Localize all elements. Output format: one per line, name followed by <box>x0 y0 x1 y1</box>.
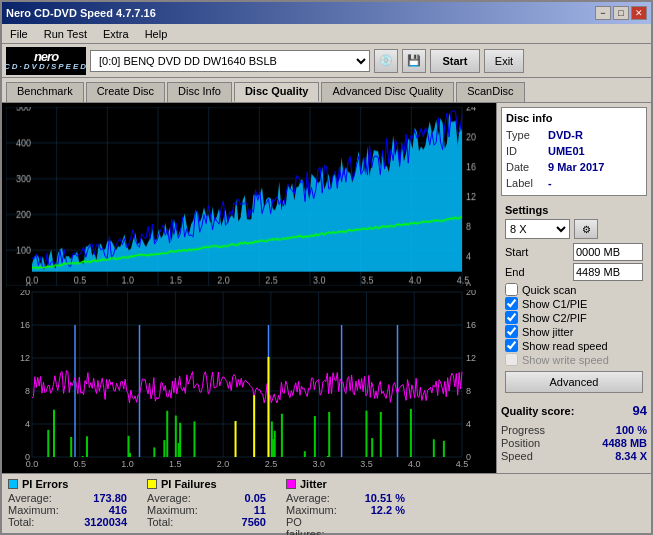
save-button[interactable]: 💾 <box>402 49 426 73</box>
show-c1pie-checkbox[interactable] <box>505 297 518 310</box>
pi-errors-avg-label: Average: <box>8 492 63 504</box>
title-buttons: − □ ✕ <box>595 6 647 20</box>
pi-failures-avg-label: Average: <box>147 492 202 504</box>
show-c2pif-label: Show C2/PIF <box>522 312 587 324</box>
quick-scan-label: Quick scan <box>522 284 576 296</box>
quality-score-value: 94 <box>633 403 647 418</box>
progress-section: Progress 100 % Position 4488 MB Speed 8.… <box>501 424 647 463</box>
pi-errors-color-dot <box>8 479 18 489</box>
settings-icon-button[interactable]: ⚙ <box>574 219 598 239</box>
pi-errors-max-label: Maximum: <box>8 504 63 516</box>
tab-disc-quality[interactable]: Disc Quality <box>234 82 320 102</box>
stats-bar: PI Errors Average: 173.80 Maximum: 416 T… <box>2 473 651 533</box>
tab-benchmark[interactable]: Benchmark <box>6 82 84 102</box>
show-read-speed-row: Show read speed <box>505 339 643 352</box>
advanced-button[interactable]: Advanced <box>505 371 643 393</box>
menu-file[interactable]: File <box>6 26 32 42</box>
exit-button[interactable]: Exit <box>484 49 524 73</box>
progress-label: Progress <box>501 424 545 436</box>
pi-errors-average-row: Average: 173.80 <box>8 492 127 504</box>
pi-failures-total-label: Total: <box>147 516 202 528</box>
pi-errors-avg-value: 173.80 <box>67 492 127 504</box>
window-title: Nero CD-DVD Speed 4.7.7.16 <box>6 7 156 19</box>
disc-info-title: Disc info <box>506 112 642 124</box>
show-c2pif-checkbox[interactable] <box>505 311 518 324</box>
pi-errors-total-row: Total: 3120034 <box>8 516 127 528</box>
position-value: 4488 MB <box>602 437 647 449</box>
jitter-max-row: Maximum: 12.2 % <box>286 504 405 516</box>
show-write-speed-row: Show write speed <box>505 353 643 366</box>
jitter-max-label: Maximum: <box>286 504 341 516</box>
minimize-button[interactable]: − <box>595 6 611 20</box>
speed-label: Speed <box>501 450 533 462</box>
disc-type-row: Type DVD-R <box>506 127 642 143</box>
jitter-header: Jitter <box>286 478 405 490</box>
speed-select[interactable]: 8 X <box>505 219 570 239</box>
date-value: 9 Mar 2017 <box>548 159 604 175</box>
tab-advanced-disc-quality[interactable]: Advanced Disc Quality <box>321 82 454 102</box>
tab-scandisc[interactable]: ScanDisc <box>456 82 524 102</box>
quality-score-row: Quality score: 94 <box>501 401 647 420</box>
speed-row-prog: Speed 8.34 X <box>501 450 647 462</box>
jitter-avg-value: 10.51 % <box>345 492 405 504</box>
drive-select[interactable]: [0:0] BENQ DVD DD DW1640 BSLB <box>90 50 370 72</box>
show-jitter-row: Show jitter <box>505 325 643 338</box>
pi-errors-total-label: Total: <box>8 516 63 528</box>
pi-errors-total-value: 3120034 <box>67 516 127 528</box>
pi-failures-total-value: 7560 <box>206 516 266 528</box>
progress-value: 100 % <box>616 424 647 436</box>
disc-info-section: Disc info Type DVD-R ID UME01 Date 9 Mar… <box>501 107 647 196</box>
bottom-chart-container <box>6 290 492 469</box>
cd-dvd-speed-text: CD·DVD/SPEED <box>4 63 88 71</box>
show-jitter-checkbox[interactable] <box>505 325 518 338</box>
menu-extra[interactable]: Extra <box>99 26 133 42</box>
pi-failures-average-row: Average: 0.05 <box>147 492 266 504</box>
pi-errors-label: PI Errors <box>22 478 68 490</box>
id-label: ID <box>506 143 548 159</box>
pi-failures-max-row: Maximum: 11 <box>147 504 266 516</box>
show-write-speed-label: Show write speed <box>522 354 609 366</box>
label-label: Label <box>506 175 548 191</box>
pi-failures-total-row: Total: 7560 <box>147 516 266 528</box>
progress-row: Progress 100 % <box>501 424 647 436</box>
po-failures-row: PO failures: 0 <box>286 516 405 535</box>
jitter-group: Jitter Average: 10.51 % Maximum: 12.2 % … <box>286 478 405 529</box>
start-input[interactable] <box>573 243 643 261</box>
end-field-row: End <box>505 263 643 281</box>
start-button[interactable]: Start <box>430 49 480 73</box>
tab-disc-info[interactable]: Disc Info <box>167 82 232 102</box>
disc-date-row: Date 9 Mar 2017 <box>506 159 642 175</box>
top-chart-container <box>6 107 492 286</box>
position-row: Position 4488 MB <box>501 437 647 449</box>
disc-icon-button[interactable]: 💿 <box>374 49 398 73</box>
speed-row: 8 X ⚙ <box>505 219 643 239</box>
show-write-speed-checkbox[interactable] <box>505 353 518 366</box>
quick-scan-checkbox[interactable] <box>505 283 518 296</box>
menu-bar: File Run Test Extra Help <box>2 24 651 44</box>
end-field-label: End <box>505 266 545 278</box>
id-value: UME01 <box>548 143 585 159</box>
menu-run-test[interactable]: Run Test <box>40 26 91 42</box>
top-chart <box>6 107 492 286</box>
close-button[interactable]: ✕ <box>631 6 647 20</box>
pi-failures-color-dot <box>147 479 157 489</box>
date-label: Date <box>506 159 548 175</box>
settings-title: Settings <box>505 204 643 216</box>
main-window: Nero CD-DVD Speed 4.7.7.16 − □ ✕ File Ru… <box>0 0 653 535</box>
end-input[interactable] <box>573 263 643 281</box>
label-value: - <box>548 175 552 191</box>
tabs-bar: Benchmark Create Disc Disc Info Disc Qua… <box>2 78 651 102</box>
menu-help[interactable]: Help <box>141 26 172 42</box>
show-c2pif-row: Show C2/PIF <box>505 311 643 324</box>
quality-score-label: Quality score: <box>501 405 574 417</box>
pi-errors-header: PI Errors <box>8 478 127 490</box>
show-read-speed-checkbox[interactable] <box>505 339 518 352</box>
pi-errors-max-row: Maximum: 416 <box>8 504 127 516</box>
tab-create-disc[interactable]: Create Disc <box>86 82 165 102</box>
maximize-button[interactable]: □ <box>613 6 629 20</box>
pi-failures-label: PI Failures <box>161 478 217 490</box>
title-bar: Nero CD-DVD Speed 4.7.7.16 − □ ✕ <box>2 2 651 24</box>
disc-id-row: ID UME01 <box>506 143 642 159</box>
show-jitter-label: Show jitter <box>522 326 573 338</box>
type-label: Type <box>506 127 548 143</box>
